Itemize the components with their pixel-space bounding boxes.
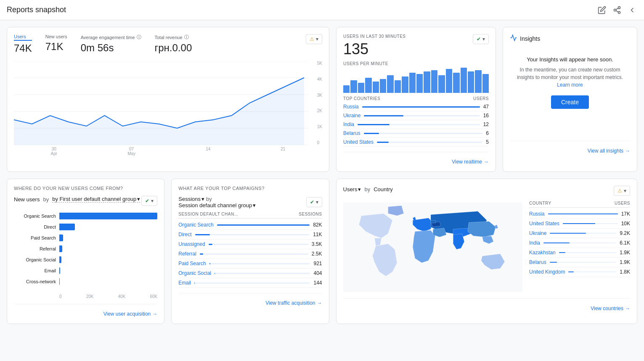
view-realtime-link[interactable]: View realtime → bbox=[452, 159, 489, 165]
country-bar bbox=[362, 106, 480, 108]
bar-17 bbox=[461, 68, 467, 93]
view-acquisition-link[interactable]: View user acquisition → bbox=[103, 311, 158, 317]
check-icon: ✔ bbox=[310, 199, 314, 205]
svg-line-4 bbox=[616, 8, 618, 9]
total-revenue-label: Total revenue ⓘ bbox=[155, 34, 192, 40]
country-count: 5 bbox=[486, 139, 489, 145]
realtime-filter-button[interactable]: ✔ ▾ bbox=[473, 34, 489, 44]
line-chart-svg bbox=[14, 61, 322, 145]
geo-filter-button[interactable]: ⚠ ▾ bbox=[614, 186, 630, 196]
geo-value: 10K bbox=[621, 221, 630, 227]
acquisition-bar-row: Cross-network bbox=[14, 278, 157, 285]
acquisition-bar-row: Email bbox=[14, 267, 157, 274]
create-insights-button[interactable]: Create bbox=[551, 95, 589, 109]
more-icon[interactable] bbox=[627, 5, 637, 15]
country-name[interactable]: United States bbox=[343, 139, 374, 145]
warning-icon: ⚠ bbox=[617, 188, 622, 194]
country-name[interactable]: Ukraine bbox=[343, 113, 360, 119]
x-label-2: 07May bbox=[127, 147, 135, 156]
hbar-label: Referral bbox=[14, 246, 56, 251]
bar-9 bbox=[402, 76, 408, 93]
geo-country-name[interactable]: Ukraine bbox=[529, 230, 546, 236]
campaigns-metric[interactable]: Sessions ▾ bbox=[178, 196, 204, 202]
insights-empty-desc: In the meantime, you can create new cust… bbox=[513, 66, 627, 89]
geo-country-name[interactable]: United States bbox=[529, 221, 559, 227]
metrics-filter-button[interactable]: ⚠ ▾ bbox=[306, 34, 322, 44]
share-icon[interactable] bbox=[612, 5, 622, 15]
country-count: 16 bbox=[483, 113, 489, 119]
geo-country-row: Ukraine 9.2K bbox=[529, 229, 630, 238]
dropdown-arrow-icon: ▾ bbox=[316, 36, 318, 42]
campaign-name[interactable]: Organic Search bbox=[178, 222, 213, 228]
geo-country-row: Kazakhstan 1.9K bbox=[529, 248, 630, 258]
users-metric: Users 74K bbox=[14, 34, 32, 54]
campaigns-dimension[interactable]: Session default channel group ▾ bbox=[178, 202, 256, 208]
app-header: Reports snapshot bbox=[0, 0, 644, 20]
edit-icon[interactable] bbox=[597, 5, 607, 15]
campaign-name[interactable]: Direct bbox=[178, 232, 191, 237]
geo-bar bbox=[543, 242, 570, 243]
country-name[interactable]: Russia bbox=[343, 104, 359, 110]
revenue-help-icon[interactable]: ⓘ bbox=[184, 34, 189, 40]
acquisition-dimension[interactable]: by First user default channel group ▾ bbox=[52, 196, 140, 203]
new-users-value: 71K bbox=[45, 41, 67, 53]
metrics-row: Users 74K New users 71K Average engageme… bbox=[14, 34, 192, 54]
campaign-value: 144 bbox=[313, 280, 322, 286]
hbar-track bbox=[59, 278, 157, 285]
help-icon[interactable]: ⓘ bbox=[137, 34, 141, 40]
new-users-metric: New users 71K bbox=[45, 34, 67, 53]
country-name[interactable]: Belarus bbox=[343, 130, 360, 136]
country-name[interactable]: India bbox=[343, 121, 354, 127]
campaign-row: Organic Search 82K bbox=[178, 220, 322, 230]
campaign-name[interactable]: Referral bbox=[178, 251, 196, 257]
geo-metric[interactable]: Users ▾ bbox=[343, 186, 361, 192]
hbar-track bbox=[59, 224, 157, 230]
acquisition-section-label: WHERE DO YOUR NEW USERS COME FROM? bbox=[14, 186, 157, 191]
hbar-label: Paid Search bbox=[14, 235, 56, 240]
view-countries-link[interactable]: View countries → bbox=[591, 306, 630, 311]
geo-country-name[interactable]: United Kingdom bbox=[529, 269, 565, 275]
dashboard: Users 74K New users 71K Average engageme… bbox=[0, 20, 644, 331]
camp-bar-wrap bbox=[195, 234, 310, 235]
arrow-right-icon: → bbox=[484, 159, 489, 165]
country-row: Russia 47 bbox=[343, 103, 489, 111]
hbar-label: Organic Search bbox=[14, 213, 56, 219]
dropdown-arrow-icon: ▾ bbox=[358, 186, 361, 192]
geo-bar bbox=[559, 252, 565, 253]
geo-country-name[interactable]: Kazakhstan bbox=[529, 250, 556, 256]
view-all-insights-link[interactable]: View all insights → bbox=[588, 148, 630, 154]
acquisition-bar-row: Organic Search bbox=[14, 213, 157, 219]
view-traffic-link[interactable]: View traffic acquisition → bbox=[265, 300, 322, 306]
campaign-name[interactable]: Paid Search bbox=[178, 261, 206, 266]
insights-card: Insights Your Insights will appear here … bbox=[503, 27, 637, 172]
bar-12 bbox=[424, 71, 430, 93]
campaign-name[interactable]: Email bbox=[178, 280, 191, 286]
geo-value: 9.2K bbox=[620, 230, 630, 236]
svg-point-2 bbox=[618, 11, 620, 13]
acquisition-card: WHERE DO YOUR NEW USERS COME FROM? New u… bbox=[7, 179, 164, 324]
learn-more-link[interactable]: Learn more bbox=[557, 82, 583, 88]
dropdown-arrow-icon: ▾ bbox=[316, 199, 318, 205]
campaign-name[interactable]: Unassigned bbox=[178, 241, 205, 247]
geo-bar-wrap bbox=[548, 213, 618, 214]
geo-bar-wrap bbox=[543, 242, 616, 243]
hbar-track bbox=[59, 235, 157, 241]
geo-country-name[interactable]: Russia bbox=[529, 211, 545, 217]
geo-dimension[interactable]: Country bbox=[374, 186, 393, 192]
camp-bar-wrap bbox=[215, 273, 310, 274]
campaign-value: 82K bbox=[313, 222, 322, 228]
acquisition-metric[interactable]: New users bbox=[14, 196, 40, 203]
bar-5 bbox=[373, 82, 379, 93]
geo-value: 6.1K bbox=[620, 240, 630, 246]
camp-bar bbox=[215, 273, 215, 274]
geo-country-name[interactable]: India bbox=[529, 240, 540, 246]
users-label[interactable]: Users bbox=[14, 34, 32, 41]
geo-country-row: United Kingdom 1.8K bbox=[529, 267, 630, 277]
campaign-name[interactable]: Organic Social bbox=[178, 270, 211, 276]
acquisition-filter-button[interactable]: ✔ ▾ bbox=[141, 196, 157, 206]
campaigns-filter-button[interactable]: ✔ ▾ bbox=[306, 197, 322, 207]
geo-country-name[interactable]: Belarus bbox=[529, 259, 546, 265]
country-row: Ukraine 16 bbox=[343, 111, 489, 120]
x-label-4: 21 bbox=[281, 147, 285, 156]
bar-6 bbox=[380, 79, 386, 93]
